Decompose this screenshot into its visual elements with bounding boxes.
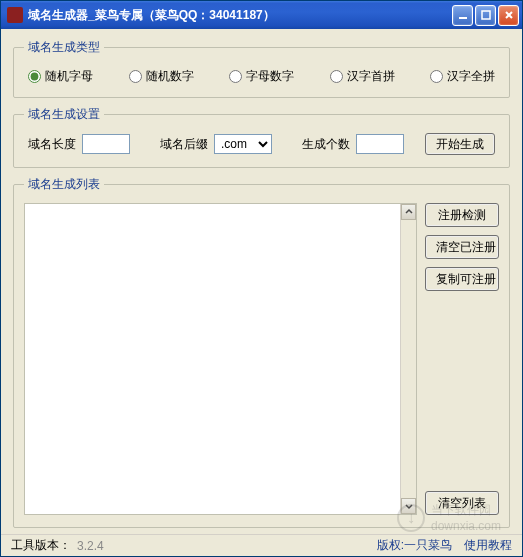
radio-label: 汉字全拼 (447, 68, 495, 85)
radio-label: 字母数字 (246, 68, 294, 85)
radio-hanzi-full[interactable]: 汉字全拼 (430, 68, 495, 85)
count-label: 生成个数 (302, 136, 350, 153)
scroll-down-button[interactable] (401, 498, 416, 514)
copyright-link[interactable]: 版权:一只菜鸟 (377, 537, 452, 554)
statusbar: 工具版本： 3.2.4 版权:一只菜鸟 使用教程 (1, 534, 522, 556)
radio-input[interactable] (129, 70, 142, 83)
minimize-icon (457, 9, 469, 21)
titlebar[interactable]: 域名生成器_菜鸟专属（菜鸟QQ：34041187） (1, 1, 522, 29)
count-input[interactable] (356, 134, 404, 154)
minimize-button[interactable] (452, 5, 473, 26)
radio-row: 随机字母 随机数字 字母数字 汉字首拼 汉字全拼 (24, 66, 499, 85)
radio-label: 随机数字 (146, 68, 194, 85)
app-window: 域名生成器_菜鸟专属（菜鸟QQ：34041187） 域名生成类型 随机字母 (0, 0, 523, 557)
client-area: 域名生成类型 随机字母 随机数字 字母数字 汉字首拼 (1, 29, 522, 534)
radio-letters-numbers[interactable]: 字母数字 (229, 68, 294, 85)
radio-random-numbers[interactable]: 随机数字 (129, 68, 194, 85)
settings-row: 域名长度 域名后缀 .com 生成个数 开始生成 (24, 133, 499, 155)
clear-registered-button[interactable]: 清空已注册 (425, 235, 499, 259)
status-right: 版权:一只菜鸟 使用教程 (377, 537, 512, 554)
check-registration-button[interactable]: 注册检测 (425, 203, 499, 227)
version-label: 工具版本： (11, 537, 71, 554)
chevron-down-icon (405, 502, 413, 510)
length-input[interactable] (82, 134, 130, 154)
window-title: 域名生成器_菜鸟专属（菜鸟QQ：34041187） (28, 7, 452, 24)
maximize-icon (480, 9, 492, 21)
copy-available-button[interactable]: 复制可注册 (425, 267, 499, 291)
suffix-label: 域名后缀 (160, 136, 208, 153)
close-button[interactable] (498, 5, 519, 26)
suffix-select[interactable]: .com (214, 134, 272, 154)
radio-input[interactable] (430, 70, 443, 83)
side-button-column: 注册检测 清空已注册 复制可注册 清空列表 (425, 203, 499, 515)
svg-rect-0 (459, 17, 467, 19)
window-controls (452, 5, 519, 26)
scroll-track[interactable] (401, 220, 416, 498)
generate-button[interactable]: 开始生成 (425, 133, 495, 155)
radio-input[interactable] (28, 70, 41, 83)
group-domain-type: 域名生成类型 随机字母 随机数字 字母数字 汉字首拼 (13, 39, 510, 98)
svg-rect-1 (482, 11, 490, 19)
scroll-up-button[interactable] (401, 204, 416, 220)
radio-hanzi-initial[interactable]: 汉字首拼 (330, 68, 395, 85)
radio-input[interactable] (229, 70, 242, 83)
length-label: 域名长度 (28, 136, 76, 153)
app-icon (7, 7, 23, 23)
group-domain-list: 域名生成列表 注册检测 清空已注册 (13, 176, 510, 528)
group-type-legend: 域名生成类型 (24, 39, 104, 56)
tutorial-link[interactable]: 使用教程 (464, 537, 512, 554)
list-body: 注册检测 清空已注册 复制可注册 清空列表 (24, 203, 499, 515)
chevron-up-icon (405, 208, 413, 216)
close-icon (503, 9, 515, 21)
radio-input[interactable] (330, 70, 343, 83)
result-listbox[interactable] (25, 204, 400, 514)
group-settings-legend: 域名生成设置 (24, 106, 104, 123)
group-list-legend: 域名生成列表 (24, 176, 104, 193)
radio-random-letters[interactable]: 随机字母 (28, 68, 93, 85)
maximize-button[interactable] (475, 5, 496, 26)
clear-list-button[interactable]: 清空列表 (425, 491, 499, 515)
list-box-container (24, 203, 417, 515)
radio-label: 随机字母 (45, 68, 93, 85)
group-domain-settings: 域名生成设置 域名长度 域名后缀 .com 生成个数 开始生成 (13, 106, 510, 168)
radio-label: 汉字首拼 (347, 68, 395, 85)
version-number: 3.2.4 (77, 539, 104, 553)
vertical-scrollbar[interactable] (400, 204, 416, 514)
